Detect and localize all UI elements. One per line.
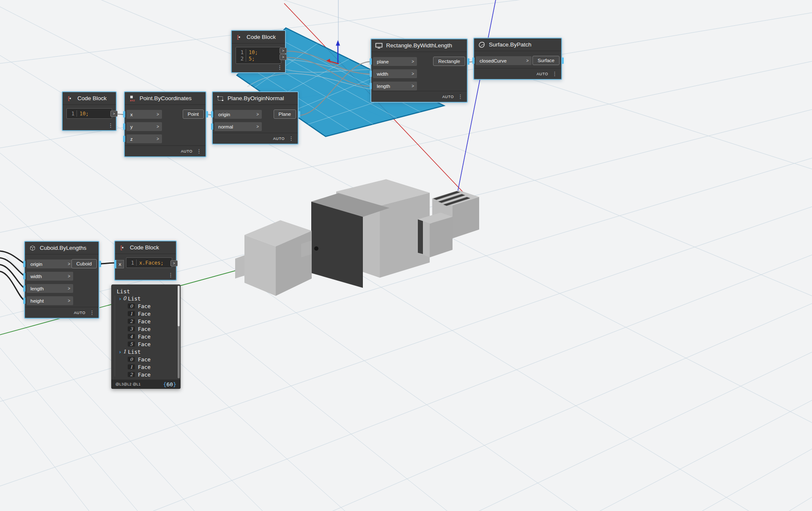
input-port[interactable] — [370, 71, 372, 77]
output-port[interactable] — [562, 57, 564, 64]
output-label: Point — [188, 112, 199, 117]
input-pill-height[interactable]: height > — [27, 296, 73, 305]
lacing-indicator[interactable]: AUTO — [273, 137, 285, 141]
input-port[interactable] — [123, 123, 125, 130]
node-header[interactable]: Surface.ByPatch — [474, 38, 561, 51]
node-plane-byoriginnormal[interactable]: Plane.ByOriginNormal origin > normal > P… — [212, 91, 299, 145]
list-group-header: › 1 List — [111, 348, 181, 355]
input-label: length — [30, 286, 44, 291]
wire-into-cuboid-origin[interactable] — [0, 251, 24, 263]
output-pill-surface[interactable]: Surface — [532, 56, 560, 65]
node-cuboid-bylengths[interactable]: Cuboid.ByLengths origin > width > length… — [24, 241, 99, 319]
level-indicator[interactable]: @L3@L2 @L1 — [115, 382, 141, 386]
input-port[interactable] — [211, 111, 213, 118]
input-pill-z[interactable]: z > — [126, 134, 162, 143]
kebab-menu-icon[interactable]: ⋮ — [168, 272, 173, 278]
output-port[interactable]: > — [280, 48, 287, 54]
output-port[interactable]: > — [110, 111, 118, 117]
input-port[interactable] — [211, 123, 213, 130]
wire-plane-to-rectangle-plane[interactable] — [299, 62, 370, 115]
node-surface-bypatch[interactable]: Surface.ByPatch closedCurve > Surface AU… — [473, 38, 562, 80]
kebab-menu-icon[interactable]: ⋮ — [108, 122, 113, 128]
code-editor[interactable]: 1 x.Faces; — [126, 257, 172, 268]
wire-into-cuboid-height[interactable] — [0, 271, 24, 300]
input-port[interactable] — [123, 111, 125, 118]
node-header[interactable]: [ ] Code Block — [115, 241, 176, 254]
chevron-icon: > — [68, 274, 70, 279]
scrollbar-track[interactable] — [178, 286, 180, 378]
lacing-indicator[interactable]: AUTO — [537, 72, 548, 76]
kebab-menu-icon[interactable]: ⋮ — [458, 94, 463, 99]
node-rectangle-bywidthlength[interactable]: Rectangle.ByWidthLength plane > width > … — [370, 38, 468, 103]
input-port[interactable] — [23, 273, 25, 279]
kebab-menu-icon[interactable]: ⋮ — [196, 148, 202, 154]
wire-cuboid-to-codeblock-x[interactable] — [99, 263, 114, 264]
output-label: Cuboid — [77, 261, 92, 266]
input-pill-x[interactable]: x > — [126, 110, 162, 119]
node-header[interactable]: Rectangle.ByWidthLength — [371, 39, 467, 52]
input-port-x[interactable]: x — [114, 260, 124, 268]
node-title: Code Block — [77, 95, 107, 101]
lacing-indicator[interactable]: AUTO — [442, 95, 454, 99]
node-header[interactable]: XYZ Point.ByCoordinates — [125, 92, 206, 105]
point-icon: XYZ — [129, 95, 136, 102]
input-pill-width[interactable]: width > — [27, 272, 73, 281]
output-pill-plane[interactable]: Plane — [274, 109, 296, 119]
kebab-menu-icon[interactable]: ⋮ — [89, 310, 95, 315]
input-pill-normal[interactable]: normal > — [214, 122, 262, 131]
output-port[interactable]: > — [170, 260, 178, 266]
node-header[interactable]: [ ] Code Block — [63, 92, 116, 105]
input-port[interactable] — [123, 136, 125, 142]
output-pill-rectangle[interactable]: Rectangle — [433, 57, 465, 66]
list-preview-bubble[interactable]: List › 0 List 0 Face 1 Face 2 Face 3 Fac… — [111, 284, 181, 389]
lacing-indicator[interactable]: AUTO — [181, 149, 192, 153]
input-port[interactable] — [23, 261, 25, 267]
output-port[interactable] — [467, 58, 469, 65]
input-port[interactable] — [472, 57, 475, 64]
wire-codeblock-to-rectangle-length[interactable] — [287, 57, 370, 86]
code-editor[interactable]: 1 10; — [66, 108, 112, 119]
node-header[interactable]: [ ] Code Block — [232, 31, 285, 44]
lacing-indicator[interactable]: AUTO — [74, 311, 85, 315]
code-line: 1 10; — [69, 110, 109, 117]
output-pill-point[interactable]: Point — [183, 109, 204, 119]
item-index-badge: 0 — [128, 303, 135, 309]
kebab-menu-icon[interactable]: ⋮ — [552, 71, 557, 77]
list-item-row: 3 Face — [111, 325, 181, 333]
input-pill-origin[interactable]: origin > — [214, 110, 262, 119]
input-port[interactable] — [370, 83, 372, 89]
node-header[interactable]: Plane.ByOriginNormal — [213, 92, 298, 105]
wire-into-cuboid-length[interactable] — [0, 265, 24, 288]
input-pill-plane[interactable]: plane > — [373, 57, 417, 66]
output-port[interactable]: > — [280, 54, 287, 60]
output-pill-cuboid[interactable]: Cuboid — [71, 259, 97, 268]
node-code-block-left[interactable]: [ ] Code Block 1 10; > ⋮ — [62, 91, 117, 131]
input-pill-origin[interactable]: origin > — [27, 260, 73, 268]
input-pill-closedcurve[interactable]: closedCurve > — [476, 56, 532, 65]
input-port[interactable] — [370, 58, 372, 65]
kebab-menu-icon[interactable]: ⋮ — [277, 64, 283, 71]
output-port[interactable] — [206, 111, 208, 118]
group-index: 1 — [123, 349, 126, 355]
node-point-bycoordinates[interactable]: XYZ Point.ByCoordinates x > y > z > Poin… — [124, 91, 206, 157]
node-header[interactable]: Cuboid.ByLengths — [25, 242, 99, 254]
node-code-block-faces[interactable]: [ ] Code Block x 1 x.Faces; > ⋮ — [114, 240, 177, 281]
dynamo-workspace[interactable]: [ ] Code Block 1 10; 2 5; > > ⋮ [ ] Code… — [0, 0, 812, 511]
input-pill-length[interactable]: length > — [27, 284, 73, 293]
code-editor[interactable]: 1 10; 2 5; — [236, 47, 281, 64]
scrollbar-thumb[interactable] — [178, 286, 180, 326]
input-pill-y[interactable]: y > — [126, 122, 162, 131]
output-port[interactable] — [298, 111, 300, 118]
input-port[interactable] — [23, 298, 25, 304]
input-label: y — [130, 124, 133, 129]
chevron-icon: > — [156, 124, 159, 129]
expand-icon[interactable]: › — [118, 349, 122, 355]
kebab-menu-icon[interactable]: ⋮ — [288, 136, 294, 141]
input-pill-width[interactable]: width > — [373, 69, 417, 78]
cuboid-icon — [29, 244, 36, 251]
expand-icon[interactable]: › — [118, 295, 122, 302]
node-code-block-top[interactable]: [ ] Code Block 1 10; 2 5; > > ⋮ — [231, 30, 286, 73]
input-port[interactable] — [23, 285, 25, 292]
input-pill-length[interactable]: length > — [373, 82, 417, 90]
output-port[interactable] — [99, 261, 101, 267]
